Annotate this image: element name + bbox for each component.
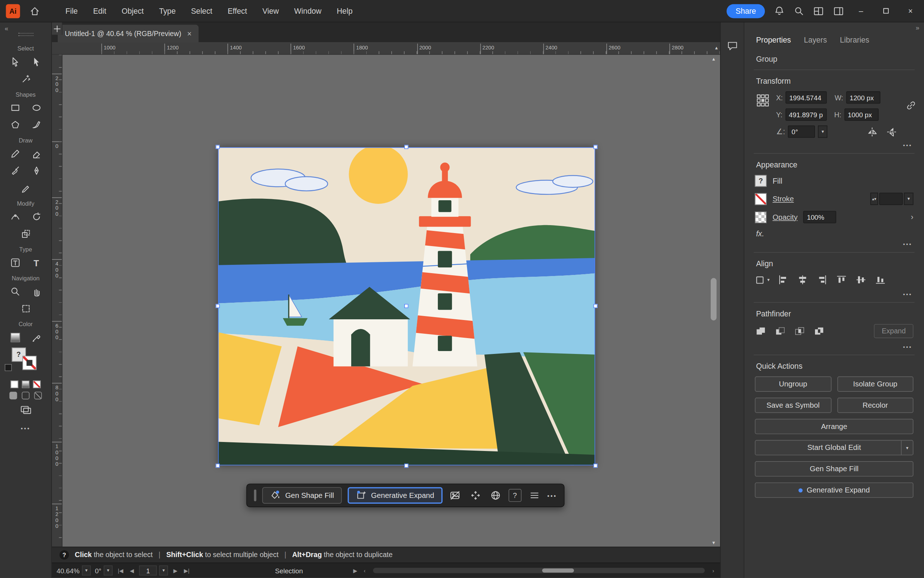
chevron-down-icon[interactable]: ▾ (901, 440, 913, 455)
start-global-edit-button[interactable]: Start Global Edit ▾ (755, 440, 913, 455)
taskbar-more-button[interactable]: ••• (547, 492, 557, 498)
save-as-symbol-button[interactable]: Save as Symbol (755, 398, 831, 413)
selection-handle-top-right[interactable] (594, 145, 597, 149)
align-bottom-icon[interactable] (875, 274, 887, 286)
ungroup-button[interactable]: Ungroup (755, 376, 831, 391)
flip-horizontal-icon[interactable] (866, 126, 878, 137)
align-vertical-center-icon[interactable] (855, 274, 867, 286)
shaper-tool[interactable] (18, 181, 33, 195)
share-button[interactable]: Share (727, 4, 765, 18)
menu-item-view[interactable]: View (256, 4, 286, 18)
selection-handle-middle-left[interactable] (216, 304, 220, 308)
previous-artboard-button[interactable]: ◀ (129, 568, 135, 573)
last-artboard-button[interactable]: ▶| (183, 568, 190, 573)
menu-item-help[interactable]: Help (330, 4, 359, 18)
y-input[interactable]: 491.8979 p (786, 108, 826, 120)
comment-bubble-icon[interactable] (726, 40, 738, 52)
width-tool[interactable] (8, 209, 22, 224)
workspace-layout-icon[interactable] (813, 6, 824, 16)
artboard-tool[interactable] (18, 302, 33, 316)
menu-item-object[interactable]: Object (115, 4, 150, 18)
status-expand-arrow[interactable]: ▶ (352, 568, 358, 573)
menu-item-window[interactable]: Window (288, 4, 328, 18)
appearance-more-options[interactable]: ••• (756, 241, 913, 247)
screen-mode-icon[interactable] (18, 403, 33, 417)
collapse-panel-icon[interactable]: » (916, 24, 919, 31)
height-input[interactable]: 1000 px (844, 108, 878, 120)
zoom-level-select[interactable]: 40.64% ▾ (57, 565, 91, 575)
fill-stroke-proxy[interactable]: ? (8, 347, 43, 376)
gen-shape-fill-button[interactable]: Gen Shape Fill (262, 487, 342, 504)
transform-again-tool[interactable] (18, 227, 33, 241)
tab-layers[interactable]: Layers (804, 35, 827, 44)
vertical-scrollbar-thumb[interactable] (711, 278, 716, 321)
rotate-tool[interactable] (29, 209, 43, 224)
more-tools-button[interactable]: ••• (0, 425, 51, 432)
menu-item-select[interactable]: Select (184, 4, 219, 18)
constrain-proportions-link-icon[interactable] (905, 99, 917, 112)
gen-shape-fill-quick-button[interactable]: Gen Shape Fill (755, 461, 913, 476)
fill-color-swatch[interactable]: ? (755, 175, 767, 187)
color-swatch-none[interactable] (33, 381, 41, 388)
generative-expand-button[interactable]: Generative Expand (348, 487, 442, 504)
scroll-left-arrow[interactable]: ‹ (363, 568, 367, 573)
isolate-group-button[interactable]: Isolate Group (837, 376, 913, 391)
draw-behind-mode-icon[interactable] (22, 392, 29, 399)
opacity-swatch[interactable] (755, 211, 767, 223)
align-to-selector[interactable]: ▾ (755, 274, 769, 285)
vertical-scrollbar[interactable]: ▴ ▾ (710, 56, 717, 546)
align-right-icon[interactable] (816, 274, 828, 286)
polygon-tool[interactable] (8, 118, 22, 132)
artboard-navigation-field[interactable]: 1 ▾ (139, 565, 168, 575)
scroll-up-arrow[interactable]: ▴ (715, 45, 717, 50)
eraser-tool[interactable] (29, 147, 43, 161)
menu-item-edit[interactable]: Edit (86, 4, 112, 18)
hand-tool[interactable] (29, 285, 43, 299)
color-swatch-gradient[interactable] (22, 381, 29, 388)
draw-normal-mode-icon[interactable] (10, 392, 17, 399)
selection-tool[interactable] (29, 55, 43, 69)
chevron-down-icon[interactable]: ▾ (82, 565, 91, 575)
next-artboard-button[interactable]: ▶ (172, 568, 179, 573)
maximize-button[interactable] (878, 4, 893, 18)
selection-center-point[interactable] (404, 304, 408, 308)
horizontal-scrollbar-thumb[interactable] (542, 568, 574, 573)
effects-fx-button[interactable]: fx. (756, 229, 913, 238)
touch-type-tool[interactable] (8, 256, 22, 270)
stroke-swatch-none[interactable] (22, 356, 36, 370)
selection-handle-middle-right[interactable] (594, 304, 597, 308)
stroke-weight-input[interactable] (879, 193, 903, 205)
document-tab-close-icon[interactable]: × (187, 29, 192, 38)
chevron-down-icon[interactable]: ▾ (818, 125, 828, 138)
scrollbar-down-arrow[interactable]: ▾ (710, 540, 717, 546)
menu-item-file[interactable]: File (59, 4, 84, 18)
eyedropper-tool[interactable] (29, 331, 43, 344)
stroke-color-swatch[interactable] (755, 193, 767, 205)
document-tab[interactable]: Untitled-1 @ 40.64 % (RGB/Preview) × (58, 25, 199, 42)
taskbar-help-button[interactable]: ? (508, 489, 521, 502)
rotation-select[interactable]: 0° ▾ (95, 565, 112, 575)
chevron-down-icon[interactable]: ▾ (159, 565, 168, 575)
artboard-number-input[interactable]: 1 (139, 565, 157, 575)
pathfinder-unite-icon[interactable] (755, 325, 767, 337)
opacity-input[interactable]: 100% (804, 211, 836, 223)
stroke-weight-stepper[interactable]: ▴▾ (870, 193, 878, 205)
ellipse-tool[interactable] (29, 101, 43, 115)
close-button[interactable]: × (903, 4, 918, 18)
pen-tool[interactable] (29, 164, 43, 178)
canvas-viewport[interactable]: 2 0 002 0 04 0 06 0 08 0 01 0 0 01 2 0 0 (52, 55, 720, 547)
artboard[interactable] (218, 147, 595, 466)
align-top-icon[interactable] (836, 274, 848, 286)
pathfinder-more-options[interactable]: ••• (756, 344, 913, 350)
first-artboard-button[interactable]: |◀ (117, 568, 125, 573)
menu-item-type[interactable]: Type (153, 4, 182, 18)
align-more-options[interactable]: ••• (756, 292, 913, 297)
magic-wand-tool[interactable] (18, 72, 33, 86)
hide-preview-icon[interactable] (448, 488, 462, 502)
panel-layout-icon[interactable] (833, 6, 844, 16)
selection-handle-top-middle[interactable] (404, 145, 408, 149)
selection-handle-bottom-right[interactable] (594, 464, 597, 468)
rotation-angle-input[interactable]: 0° (788, 125, 815, 138)
home-icon[interactable] (29, 6, 40, 16)
help-circle-icon[interactable]: ? (60, 550, 69, 560)
